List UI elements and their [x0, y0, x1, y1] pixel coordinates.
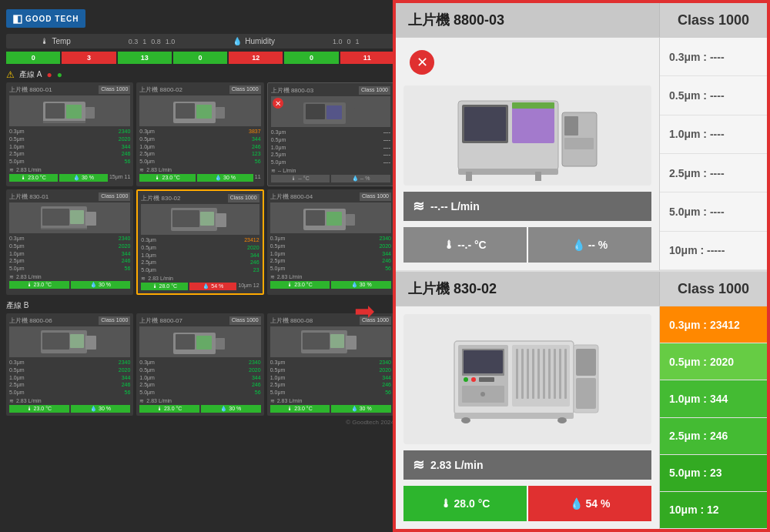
machine-name: 上片機 8800-04: [270, 192, 313, 201]
top-detail-body: ✕: [396, 38, 767, 270]
machine-footer: ≋-- L/min 🌡-- °C 💧-- %: [271, 168, 390, 182]
machine-image: [9, 326, 130, 357]
machine-name: 上片機 830-02: [141, 194, 180, 202]
machine-card-8800-07[interactable]: 上片機 8800-07 Class 1000 0.3μm2340 0.5μm20…: [136, 313, 263, 416]
svg-rect-73: [576, 349, 596, 376]
temp-values: 0.3 1 0.8 1.0: [129, 38, 176, 45]
svg-rect-8: [216, 107, 225, 119]
svg-rect-24: [326, 212, 342, 226]
machine-card-8800-08[interactable]: 上片機 8800-08 Class 1000 0.3μm2340 0.5μm20…: [267, 313, 394, 416]
zone-a-text: 產線 A: [19, 69, 42, 80]
svg-rect-33: [216, 338, 225, 350]
machine-footer: ≋2.83 L/min 🌡23.0 °C 💧30 %: [139, 398, 260, 413]
bottom-p-2.5: 2.5μm : 246: [660, 418, 767, 455]
svg-rect-19: [172, 210, 199, 227]
machine-card-8800-04[interactable]: 上片機 8800-04 Class 1000 0.3μm2340 0.5μm20…: [267, 189, 394, 295]
machine-footer: ≋2.83 L/min 🌡23.0 °C 💧30 %: [9, 398, 130, 413]
svg-rect-35: [303, 333, 330, 350]
machine-card-8800-06[interactable]: 上片機 8800-06 Class 1000 0.3μm2340 0.5μm20…: [6, 313, 133, 416]
detail-panel: 上片機 8800-03 Class 1000 ✕: [393, 0, 770, 532]
svg-rect-64: [543, 349, 545, 399]
bottom-p-1.0: 1.0μm : 344: [660, 380, 767, 417]
top-p-0.3: 0.3μm : ----: [660, 38, 767, 76]
card-header: 上片機 8800-01 Class 1000: [9, 85, 130, 94]
gauge-cell-3: 13: [118, 52, 172, 64]
copyright-text: © Goodtech 2024: [6, 419, 394, 426]
zone-a-label: ⚠ 產線 A ● ●: [6, 67, 394, 82]
card-header: 上片機 830-02 Class 1000: [141, 194, 259, 202]
card-header: 上片機 8800-06 Class 1000: [9, 316, 130, 325]
top-p-5.0: 5.0μm : ----: [660, 192, 767, 231]
logo-bar: ◧ GOOD TECH: [6, 6, 394, 34]
svg-rect-55: [479, 377, 494, 382]
svg-rect-74: [576, 378, 596, 409]
machine-name: 上片機 830-01: [9, 192, 49, 201]
svg-rect-37: [346, 336, 357, 350]
thermometer-icon-2: 🌡: [440, 497, 451, 510]
svg-rect-15: [70, 210, 84, 224]
machine-image: [9, 95, 130, 126]
logo-icon: ◧: [12, 12, 22, 25]
particle-data: 0.3μm2340 0.5μm2020 1.0μm344 2.5μm246 5.…: [270, 359, 391, 396]
bottom-temp-value: 28.0 °C: [454, 497, 490, 510]
top-machine-name: 上片機 8800-03: [396, 3, 659, 37]
humidity-sensor: 💧 Humidity: [233, 37, 275, 45]
svg-rect-67: [559, 349, 561, 399]
machine-card-830-02[interactable]: 上片機 830-02 Class 1000 0.3μm23412 0.5μm20…: [136, 189, 263, 295]
svg-point-70: [461, 417, 470, 423]
particle-data: 0.3μm2340 0.5μm2020 1.0μm344 2.5μm246 5.…: [9, 235, 130, 273]
svg-rect-25: [346, 214, 355, 226]
svg-rect-4: [43, 121, 85, 123]
card-header: 上片機 830-01 Class 1000: [9, 192, 130, 201]
sensor-bar: 🌡 Temp 0.3 1 0.8 1.0 💧 Humidity 1.0 0 1: [6, 34, 394, 49]
machine-class: Class 1000: [229, 85, 261, 94]
svg-rect-12: [346, 108, 355, 119]
bottom-temp-cell: 🌡 28.0 °C: [403, 486, 527, 521]
svg-rect-47: [466, 172, 472, 181]
top-hum-value: -- %: [588, 239, 608, 251]
bottom-class-badge: Class 1000: [659, 272, 767, 306]
machine-card-830-01[interactable]: 上片機 830-01 Class 1000 0.3μm2340 0.5μm202…: [6, 189, 133, 295]
svg-rect-60: [521, 349, 524, 399]
flow-icon: ≋: [413, 198, 424, 215]
gauge-cell-6: 0: [284, 52, 338, 64]
machine-class: Class 1000: [228, 194, 259, 202]
machine-footer: ≋2.83 L/min 🌡23.0 °C 💧30 %: [9, 274, 130, 289]
top-p-10: 10μm : -----: [660, 232, 767, 270]
humidity-values: 1.0 0 1: [333, 38, 360, 45]
machine-card-8800-01[interactable]: 上片機 8800-01 Class 1000 0.3μm2340 0.5μm20…: [6, 82, 133, 186]
svg-rect-63: [537, 349, 540, 399]
dashboard-panel: ◧ GOOD TECH 🌡 Temp 0.3 1 0.8 1.0 💧 Humid…: [0, 0, 400, 532]
top-p-2.5: 2.5μm : ----: [660, 154, 767, 192]
machine-class: Class 1000: [360, 192, 391, 201]
machine-name: 上片機 8800-07: [139, 316, 182, 325]
machine-card-8800-03[interactable]: 上片機 8800-03 Class 1000 ✕ 0.3μm---- 0.5μm…: [267, 82, 394, 186]
bottom-temp-hum-row: 🌡 28.0 °C 💧 54 %: [403, 486, 651, 521]
top-flow-row: ≋ --.-- L/min: [403, 192, 651, 221]
top-image-col: ✕: [396, 38, 659, 270]
bottom-machine-name: 上片機 830-02: [396, 272, 659, 306]
svg-rect-36: [330, 334, 344, 348]
machine-class: Class 1000: [99, 316, 130, 325]
svg-rect-27: [42, 333, 69, 350]
svg-rect-59: [516, 349, 518, 399]
particle-data: 0.3μm---- 0.5μm---- 1.0μm---- 2.5μm---- …: [271, 129, 390, 166]
machine-card-8800-02[interactable]: 上片機 8800-02 Class 1000 0.3μm3837 0.5μm34…: [136, 82, 263, 186]
machine-name: 上片機 8800-01: [9, 85, 52, 94]
top-status-row: ✕: [403, 45, 651, 79]
svg-rect-16: [85, 212, 96, 226]
machine-footer: ≋2.83 L/min 🌡23.0 °C 💧30 % 15μm 11: [9, 167, 130, 182]
humidity-icon: 💧: [233, 37, 242, 45]
particle-data: 0.3μm23412 0.5μm2020 1.0μm344 2.5μm246 5…: [141, 236, 259, 274]
svg-rect-45: [564, 116, 578, 136]
svg-rect-21: [216, 213, 226, 227]
bottom-section-header: 上片機 830-02 Class 1000: [396, 272, 767, 306]
machine-class: Class 1000: [229, 316, 261, 325]
machine-image: [139, 95, 260, 126]
humidity-label: Humidity: [245, 37, 275, 45]
svg-point-54: [471, 377, 476, 382]
particle-data: 0.3μm2340 0.5μm2020 1.0μm344 2.5μm246 5.…: [9, 128, 130, 166]
alert-icon-a: ●: [46, 69, 52, 80]
machine-image: [141, 204, 259, 235]
bottom-detail-body: ≋ 2.83 L/min 🌡 28.0 °C 💧 54 % 0: [396, 306, 767, 529]
